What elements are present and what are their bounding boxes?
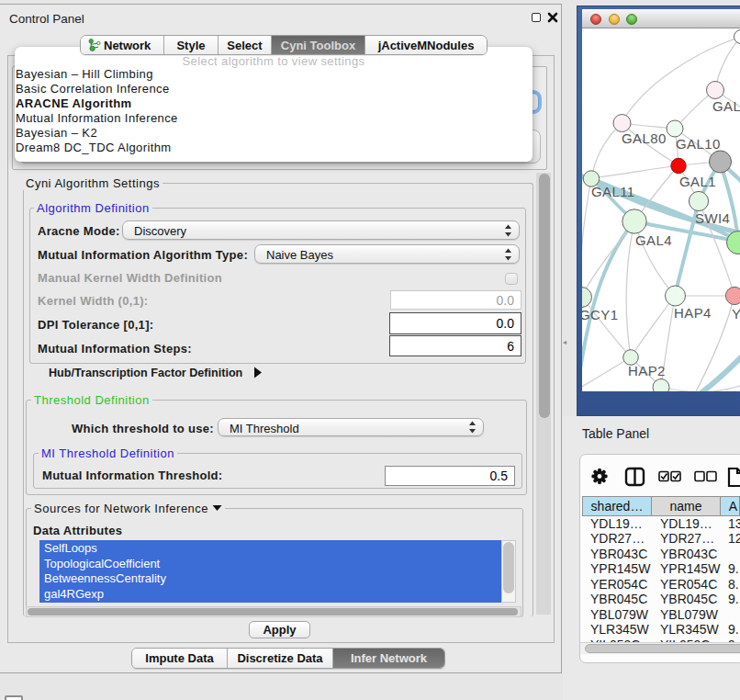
svg-text:HAP2: HAP2	[628, 363, 666, 378]
svg-text:GAL7: GAL7	[712, 98, 740, 114]
svg-text:GAL11: GAL11	[591, 184, 635, 199]
svg-text:GAL4: GAL4	[635, 232, 672, 248]
svg-text:YJ: YJ	[732, 306, 740, 322]
svg-text:SWI4: SWI4	[695, 210, 730, 226]
svg-text:GAL1: GAL1	[679, 174, 716, 189]
svg-text:GAL10: GAL10	[676, 136, 721, 152]
svg-text:GCY1: GCY1	[582, 307, 618, 322]
svg-text:HAP4: HAP4	[674, 305, 712, 321]
svg-text:GAL80: GAL80	[622, 130, 667, 146]
